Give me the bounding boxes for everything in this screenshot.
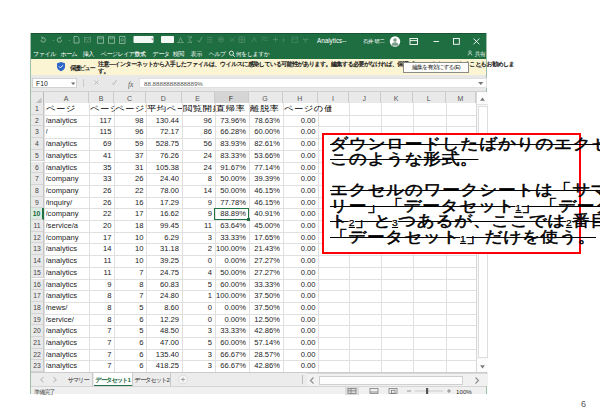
svg-text:fx: fx [128, 80, 134, 89]
